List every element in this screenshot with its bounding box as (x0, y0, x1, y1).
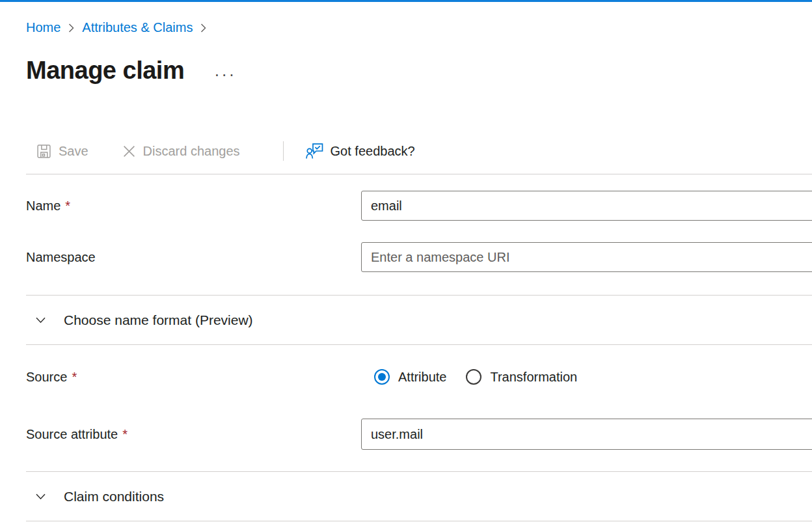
page-title: Manage claim (26, 57, 184, 85)
radio-attribute[interactable]: Attribute (374, 369, 446, 385)
source-attribute-field-label: Source attribute* (26, 427, 361, 442)
command-bar: Save Discard changes Got feedback? (26, 135, 812, 167)
top-accent-bar (0, 0, 812, 2)
chevron-right-icon (200, 23, 206, 33)
name-field-row: Name* (26, 191, 812, 221)
section-claim-conditions[interactable]: Claim conditions (26, 472, 812, 521)
namespace-field-label: Namespace (26, 250, 361, 265)
source-label-text: Source (26, 370, 67, 384)
name-input[interactable] (361, 191, 812, 221)
name-field-label: Name* (26, 199, 361, 214)
save-button[interactable]: Save (36, 144, 88, 159)
chevron-down-icon[interactable] (36, 317, 46, 324)
source-radio-group: Attribute Transformation (361, 369, 577, 385)
breadcrumb-attributes-claims-link[interactable]: Attributes & Claims (82, 20, 193, 35)
discard-changes-button[interactable]: Discard changes (122, 144, 240, 159)
discard-changes-label: Discard changes (143, 144, 240, 159)
radio-attribute-label: Attribute (398, 370, 446, 385)
radio-unselected-icon (466, 369, 481, 385)
save-button-label: Save (59, 144, 88, 159)
chevron-down-icon[interactable] (36, 493, 46, 500)
source-field-label: Source* (26, 370, 361, 385)
radio-transformation-label: Transformation (490, 370, 577, 385)
source-attribute-label-text: Source attribute (26, 427, 118, 441)
divider (26, 521, 812, 521)
toolbar-divider (283, 141, 284, 161)
required-asterisk: * (72, 370, 77, 384)
required-asterisk: * (65, 199, 70, 213)
namespace-input[interactable] (361, 242, 812, 272)
namespace-field-row: Namespace (26, 242, 812, 272)
radio-selected-icon (374, 369, 390, 385)
divider (26, 344, 812, 345)
section-claim-conditions-label: Claim conditions (64, 489, 164, 504)
save-icon (36, 144, 51, 159)
breadcrumb: Home Attributes & Claims (26, 18, 812, 36)
source-field-row: Source* Attribute Transformation (26, 362, 812, 392)
required-asterisk: * (122, 427, 128, 441)
page-header: Manage claim ··· (26, 55, 812, 86)
more-options-button[interactable]: ··· (214, 71, 236, 77)
radio-transformation[interactable]: Transformation (466, 369, 577, 385)
divider (26, 174, 812, 174)
namespace-label-text: Namespace (26, 250, 96, 264)
source-attribute-field-row: Source attribute* (26, 419, 812, 450)
manage-claim-page: Home Attributes & Claims Manage claim ··… (0, 0, 812, 524)
name-label-text: Name (26, 199, 61, 213)
got-feedback-label: Got feedback? (331, 144, 415, 159)
section-choose-name-format-label: Choose name format (Preview) (64, 312, 253, 328)
got-feedback-button[interactable]: Got feedback? (306, 143, 415, 159)
source-attribute-input[interactable] (361, 419, 812, 450)
section-choose-name-format[interactable]: Choose name format (Preview) (26, 296, 812, 344)
feedback-icon (306, 143, 323, 159)
breadcrumb-home-link[interactable]: Home (26, 20, 61, 35)
chevron-right-icon (68, 23, 74, 33)
close-icon (122, 145, 136, 158)
